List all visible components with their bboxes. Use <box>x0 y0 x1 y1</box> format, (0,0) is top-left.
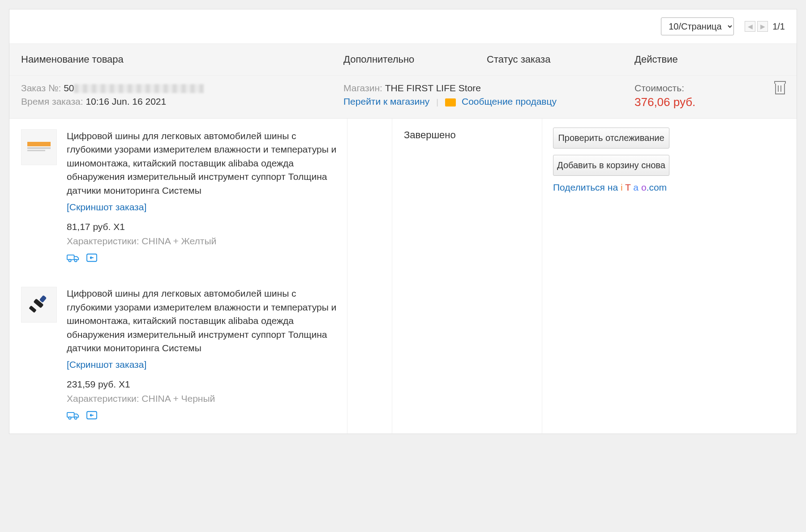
page-indicator: 1/1 <box>772 21 785 32</box>
order-number-redacted <box>74 84 204 93</box>
paginator: ◀ ▶ 1/1 <box>745 21 785 32</box>
share-link[interactable]: Поделиться на i T a o.com <box>553 182 786 193</box>
cost-value: 376,06 руб. <box>635 95 695 109</box>
product-thumbnail[interactable] <box>21 287 57 323</box>
orders-panel: 10/Страница ◀ ▶ 1/1 Наименование товара … <box>9 9 797 434</box>
order-snapshot-link[interactable]: [Скриншот заказа] <box>67 359 338 370</box>
product-attrs: Характеристики: CHINA + Желтый <box>67 236 338 247</box>
header-extra: Дополнительно <box>343 54 487 65</box>
cost-label: Стоимость: <box>635 83 695 94</box>
list-item: Цифровой шины для легковых автомобилей ш… <box>9 276 347 434</box>
svg-rect-10 <box>67 413 74 417</box>
product-attrs: Характеристики: CHINA + Черный <box>67 393 338 404</box>
svg-rect-9 <box>29 306 36 313</box>
order-body: Цифровой шины для легковых автомобилей ш… <box>9 119 797 434</box>
extra-column <box>347 119 392 434</box>
product-thumbnail[interactable] <box>21 129 57 165</box>
svg-rect-1 <box>27 147 51 149</box>
product-column: Цифровой шины для легковых автомобилей ш… <box>9 119 347 434</box>
order-meta-row: Заказ №: 50 Время заказа: 10:16 Jun. 16 … <box>9 76 797 119</box>
table-header: Наименование товара Дополнительно Статус… <box>9 43 797 76</box>
return-icon <box>86 253 98 263</box>
svg-point-11 <box>69 417 71 419</box>
order-snapshot-link[interactable]: [Скриншот заказа] <box>67 202 338 213</box>
product-price: 81,17 руб. X1 <box>67 221 338 232</box>
truck-icon <box>67 410 79 420</box>
add-to-cart-again-button[interactable]: Добавить в корзину снова <box>553 155 669 176</box>
mail-icon <box>445 98 456 106</box>
svg-rect-0 <box>27 142 51 146</box>
header-name: Наименование товара <box>21 54 343 65</box>
track-button[interactable]: Проверить отслеживание <box>553 128 669 149</box>
svg-rect-3 <box>67 255 74 260</box>
product-title[interactable]: Цифровой шины для легковых автомобилей ш… <box>67 129 338 197</box>
message-seller-link[interactable]: Сообщение продавцу <box>462 96 557 106</box>
svg-rect-2 <box>27 150 45 151</box>
header-action: Действие <box>635 54 785 65</box>
truck-icon <box>67 253 79 263</box>
product-price: 231,59 руб. X1 <box>67 379 338 390</box>
order-number: Заказ №: 50 <box>21 83 343 94</box>
go-to-store-link[interactable]: Перейти к магазину <box>343 96 429 106</box>
svg-rect-7 <box>39 295 47 303</box>
next-page-button[interactable]: ▶ <box>757 21 768 32</box>
prev-page-button[interactable]: ◀ <box>745 21 755 32</box>
return-icon <box>86 410 98 420</box>
list-item: Цифровой шины для легковых автомобилей ш… <box>9 119 347 276</box>
svg-point-12 <box>75 417 77 419</box>
header-status: Статус заказа <box>487 54 635 65</box>
action-column: Проверить отслеживание Добавить в корзин… <box>542 119 797 434</box>
store-name-line: Магазин: THE FIRST LIFE Store <box>343 83 635 94</box>
svg-point-4 <box>69 260 71 262</box>
per-page-select[interactable]: 10/Страница <box>661 17 734 35</box>
trash-icon[interactable] <box>775 84 785 94</box>
status-text: Завершено <box>404 129 530 141</box>
svg-point-5 <box>75 260 77 262</box>
top-bar: 10/Страница ◀ ▶ 1/1 <box>9 16 797 43</box>
product-title[interactable]: Цифровой шины для легковых автомобилей ш… <box>67 287 338 355</box>
status-column: Завершено <box>392 119 542 434</box>
order-time: Время заказа: 10:16 Jun. 16 2021 <box>21 96 343 107</box>
